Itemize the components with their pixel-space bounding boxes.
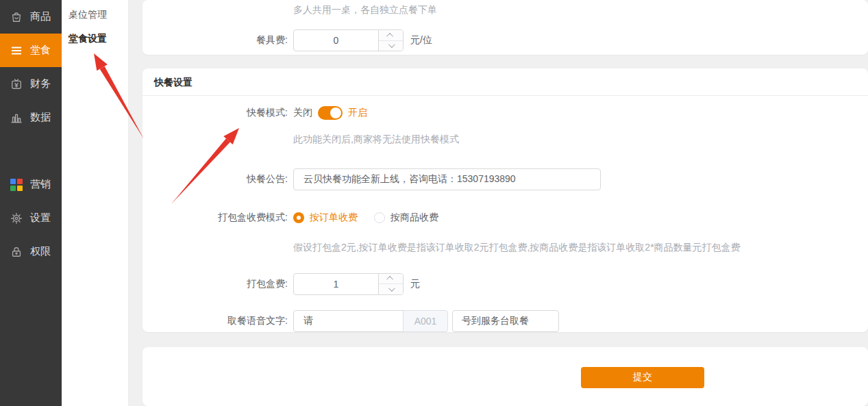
sidebar-item-label: 数据 (30, 111, 51, 124)
sidebar-item-label: 权限 (30, 245, 51, 258)
fastfood-notice-input[interactable]: 云贝快餐功能全新上线，咨询电话：15307193890 (293, 168, 601, 190)
fastfood-notice-row: 快餐公告: 云贝快餐功能全新上线，咨询电话：15307193890 (142, 168, 868, 190)
sidebar-item-label: 堂食 (30, 44, 51, 57)
stepper-up-button[interactable] (379, 274, 403, 285)
sidebar-spacer (0, 134, 62, 168)
sidebar-item-label: 营销 (30, 178, 51, 191)
boxfee-label: 打包盒费: (142, 278, 288, 290)
submit-card: 提交 (142, 347, 868, 406)
tableware-fee-unit: 元/位 (410, 34, 432, 47)
submenu-item-table-management[interactable]: 桌位管理 (62, 3, 128, 27)
lock-icon (9, 244, 24, 259)
stepper-down-button[interactable] (379, 41, 403, 51)
sidebar-item-finance[interactable]: 财务 (0, 67, 62, 101)
toggle-knob (330, 107, 341, 118)
primary-sidebar: 商品 堂食 财务 数据 (0, 0, 62, 406)
app-window: 商品 堂食 财务 数据 (0, 0, 868, 406)
radio-per-order[interactable]: 按订单收费 (293, 212, 358, 224)
finance-icon (9, 77, 24, 92)
tableware-fee-row: 餐具费: 0 元/位 (142, 29, 868, 51)
fastfood-mode-toggle[interactable] (318, 106, 343, 120)
voice-prefix-value: 请 (303, 315, 313, 327)
voice-suffix-value: 号到服务台取餐 (462, 315, 529, 327)
radio-unchecked-icon (374, 212, 385, 223)
main-content: 多人共用一桌，各自独立点餐下单 餐具费: 0 元/位 快餐设置 快餐模式: 关闭 (129, 0, 868, 406)
chevron-down-icon (388, 285, 395, 292)
dinein-settings-card: 多人共用一桌，各自独立点餐下单 餐具费: 0 元/位 (142, 0, 868, 55)
chart-icon (9, 110, 24, 125)
submenu-item-dinein-settings[interactable]: 堂食设置 (62, 27, 128, 51)
boxfee-value[interactable]: 1 (294, 274, 378, 294)
menu-icon (9, 43, 24, 58)
tableware-fee-stepper (378, 30, 403, 51)
boxfee-mode-hint: 假设打包盒2元,按订单收费是指该订单收取2元打包盒费,按商品收费是指该订单收取2… (293, 242, 868, 254)
boxfee-input[interactable]: 1 (293, 273, 404, 295)
fastfood-notice-value: 云贝快餐功能全新上线，咨询电话：15307193890 (303, 173, 516, 186)
sidebar-item-dinein[interactable]: 堂食 (0, 34, 62, 67)
radio-checked-icon (293, 212, 304, 223)
boxfee-unit: 元 (410, 278, 420, 290)
boxfee-row: 打包盒费: 1 元 (142, 273, 868, 295)
boxfee-stepper (378, 274, 403, 294)
voice-prefix-input[interactable]: 请 (293, 310, 404, 332)
chevron-up-icon (386, 33, 393, 40)
tableware-fee-label: 餐具费: (142, 34, 288, 47)
sidebar-item-marketing[interactable]: 营销 (0, 168, 62, 201)
sidebar-item-label: 设置 (30, 212, 51, 225)
fastfood-settings-card: 快餐设置 快餐模式: 关闭 开启 此功能关闭后,商家将无法使用快餐模式 快餐公告… (142, 68, 868, 332)
marketing-icon (9, 177, 24, 192)
boxfee-mode-label: 打包盒收费模式: (142, 212, 288, 224)
voice-number-placeholder: A001 (403, 310, 448, 332)
fastfood-mode-hint: 此功能关闭后,商家将无法使用快餐模式 (293, 134, 868, 146)
tableware-fee-input[interactable]: 0 (293, 29, 404, 51)
voice-text-row: 取餐语音文字: 请 A001 号到服务台取餐 (142, 310, 868, 332)
bag-icon (9, 10, 24, 25)
chevron-up-icon (386, 276, 393, 283)
voice-text-label: 取餐语音文字: (142, 315, 288, 327)
sidebar-item-permissions[interactable]: 权限 (0, 235, 62, 268)
fastfood-card-title: 快餐设置 (142, 68, 868, 96)
stepper-down-button[interactable] (379, 284, 403, 294)
shared-table-note: 多人共用一桌，各自独立点餐下单 (293, 4, 868, 16)
fastfood-mode-row: 快餐模式: 关闭 开启 (142, 106, 868, 120)
sidebar-item-label: 财务 (30, 77, 51, 90)
boxfee-mode-row: 打包盒收费模式: 按订单收费 按商品收费 (142, 211, 868, 225)
sidebar-item-data[interactable]: 数据 (0, 101, 62, 134)
fastfood-notice-label: 快餐公告: (142, 173, 288, 186)
toggle-off-label: 关闭 (293, 107, 312, 119)
tableware-fee-value[interactable]: 0 (294, 30, 378, 51)
stepper-up-button[interactable] (379, 30, 403, 41)
radio-per-order-label: 按订单收费 (310, 212, 358, 224)
radio-per-item-label: 按商品收费 (390, 212, 438, 224)
chevron-down-icon (388, 41, 395, 48)
sidebar-item-settings[interactable]: 设置 (0, 201, 62, 235)
sidebar-item-label: 商品 (30, 10, 51, 23)
secondary-sidebar: 桌位管理 堂食设置 (62, 0, 129, 406)
gear-icon (9, 211, 24, 226)
submit-button[interactable]: 提交 (581, 367, 704, 388)
toggle-on-label: 开启 (348, 107, 367, 119)
voice-suffix-input[interactable]: 号到服务台取餐 (452, 310, 559, 332)
radio-per-item[interactable]: 按商品收费 (374, 212, 438, 224)
fastfood-mode-label: 快餐模式: (142, 107, 288, 119)
sidebar-item-products[interactable]: 商品 (0, 0, 62, 34)
